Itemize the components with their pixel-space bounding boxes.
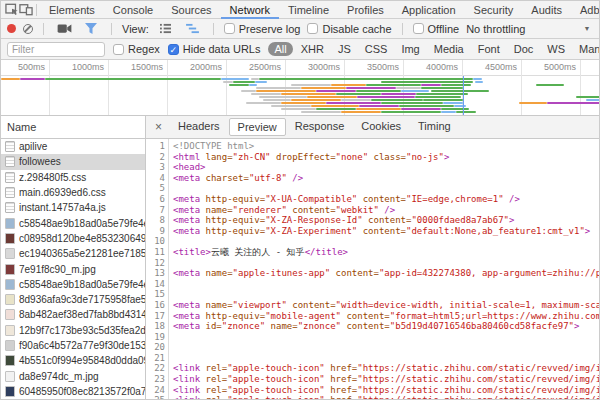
detail-tab-response[interactable]: Response [287,118,353,136]
image-file-icon [5,233,15,244]
waterfall-bar [401,90,429,92]
screenshot-camera-icon[interactable] [54,21,74,37]
waterfall-bar [416,93,468,95]
request-row[interactable]: followees [1,154,145,169]
disable-cache-checkbox[interactable]: Disable cache [307,23,391,35]
waterfall-bar [45,78,221,80]
filter-type-xhr[interactable]: XHR [295,42,330,56]
filter-type-font[interactable]: Font [472,42,506,56]
detail-tab-timing[interactable]: Timing [410,118,459,136]
request-row[interactable]: apilive [1,139,145,154]
filter-input[interactable] [7,42,105,57]
resource-type-filters: AllXHRJSCSSImgMediaFontDocWSManifestOthe… [268,42,600,56]
line-number: 1 [146,141,165,152]
image-file-icon [5,218,15,229]
tab-network[interactable]: Network [221,1,279,19]
filter-type-manifest[interactable]: Manifest [573,42,600,56]
ruler-tick-label: 4500ms [485,62,521,72]
request-row[interactable]: instant.14757a4a.js [1,200,145,215]
filter-type-css[interactable]: CSS [359,42,394,56]
waterfall-bar [441,108,469,110]
waterfall-bar [255,81,267,83]
request-row[interactable]: 7e91f8c90_m.jpg [1,261,145,276]
request-row[interactable]: da8e974dc_m.jpg [1,368,145,383]
request-row[interactable]: f90a6c4b572a77e9f30de153... [1,338,145,353]
tab-profiles[interactable]: Profiles [338,1,393,19]
request-row[interactable]: main.d6939ed6.css [1,185,145,200]
request-row[interactable]: c58548ae9b18ad0a5e79fe4e... [1,215,145,230]
filter-funnel-icon[interactable] [81,21,101,37]
device-toolbar-icon[interactable] [19,2,33,18]
tab-sources[interactable]: Sources [162,1,220,19]
waterfall-bar [249,84,257,86]
detail-tab-cookies[interactable]: Cookies [353,118,409,136]
detail-tab-headers[interactable]: Headers [170,118,228,136]
document-file-icon [5,187,15,198]
hide-data-urls-checkbox[interactable]: Hide data URLs [168,43,261,55]
line-number: 23 [146,374,165,385]
waterfall-bar [371,99,423,101]
close-icon[interactable]: × [148,120,169,134]
code-line: <link rel="apple-touch-icon" href="https… [173,395,599,400]
name-column-header[interactable]: Name [1,116,145,139]
request-row[interactable]: ec1940365a5e21281ee71856... [1,246,145,261]
detail-tabs: HeadersPreviewResponseCookiesTiming [170,118,459,136]
checkbox-icon [307,23,318,34]
tab-console[interactable]: Console [104,1,162,19]
tab-security[interactable]: Security [465,1,523,19]
ruler-tick-label: 500ms [18,62,49,72]
request-name: c58548ae9b18ad0a5e79fe4e... [19,279,145,290]
code-line [173,289,599,300]
line-number: 18 [146,321,165,332]
filter-type-media[interactable]: Media [428,42,470,56]
filter-type-js[interactable]: JS [332,42,357,56]
request-row[interactable]: 4b551c0f994e95848d0dda09... [1,353,145,368]
request-row[interactable]: 60485950f08ec8213572f0a7... [1,384,145,399]
preserve-log-checkbox[interactable]: Preserve log [224,23,301,35]
filter-type-ws[interactable]: WS [541,42,571,56]
network-overview[interactable]: 500ms1000ms1500ms2000ms2500ms3000ms3500m… [1,60,599,116]
preview-code-viewer[interactable]: 1234567891011121314151617181920212223242… [146,139,599,400]
toolbar-separator [36,4,37,16]
request-row[interactable]: z.298480f5.css [1,170,145,185]
detail-tab-preview[interactable]: Preview [229,118,286,136]
line-number: 20 [146,342,165,353]
tab-audits[interactable]: Audits [522,1,571,19]
request-row[interactable]: 12b9f7c173be93c5d35fea2d... [1,323,145,338]
load-event-line [463,76,464,115]
waterfall-bar [441,84,471,86]
line-number: 14 [146,279,165,290]
image-file-icon [5,386,15,397]
request-row[interactable]: 8ab482aef38ed7fab8bd4314... [1,307,145,322]
offline-checkbox[interactable]: Offline [413,23,460,35]
filter-type-doc[interactable]: Doc [508,42,540,56]
view-list-icon[interactable] [156,21,176,37]
ruler-tick-label: 1500ms [131,62,167,72]
code-line: <!DOCTYPE html> [173,141,599,152]
filter-type-all[interactable]: All [268,42,292,56]
inspect-element-icon[interactable] [5,2,19,18]
waterfall-bar [301,111,341,113]
ruler-gridline [521,60,522,115]
waterfall-bar [366,84,421,86]
checkbox-icon [168,44,179,55]
line-number: 15 [146,289,165,300]
throttling-dropdown[interactable]: No throttling ▼ [466,23,590,35]
tab-application[interactable]: Application [393,1,465,19]
tab-elements[interactable]: Elements [40,1,104,19]
line-number: 11 [146,247,165,258]
line-number: 24 [146,385,165,396]
waterfall-bar [341,99,371,101]
clear-icon[interactable] [23,24,33,34]
offline-label: Offline [428,23,460,35]
request-row[interactable]: c08958d120be4e853230649... [1,231,145,246]
filter-type-img[interactable]: Img [395,42,425,56]
request-row[interactable]: 8d936afa9c3de7175958fae5... [1,292,145,307]
tab-timeline[interactable]: Timeline [279,1,338,19]
code-line: <meta id="znonce" name="znonce" content=… [173,321,599,332]
record-icon[interactable] [7,24,16,33]
tab-adblock-plus[interactable]: Adblock Plus [571,1,600,19]
regex-checkbox[interactable]: Regex [113,43,160,55]
request-row[interactable]: c58548ae9b18ad0a5e79fe4e... [1,277,145,292]
view-waterfall-icon[interactable] [183,21,203,37]
